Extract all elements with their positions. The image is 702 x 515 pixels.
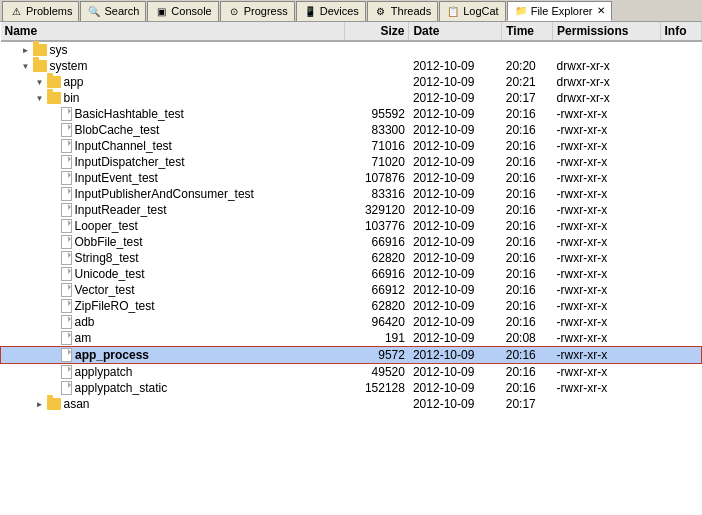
col-header-date[interactable]: Date	[409, 22, 502, 41]
date-cell: 2012-10-09	[409, 138, 502, 154]
date-cell: 2012-10-09	[409, 396, 502, 412]
info-cell	[660, 250, 702, 266]
table-row[interactable]: applypatch_static1521282012-10-0920:16-r…	[1, 380, 702, 396]
info-cell	[660, 266, 702, 282]
file-name: adb	[75, 315, 95, 329]
file-name: system	[50, 59, 88, 73]
table-row[interactable]: InputEvent_test1078762012-10-0920:16-rwx…	[1, 170, 702, 186]
table-row[interactable]: Unicode_test669162012-10-0920:16-rwxr-xr…	[1, 266, 702, 282]
table-row[interactable]: InputReader_test3291202012-10-0920:16-rw…	[1, 202, 702, 218]
devices-label: Devices	[320, 5, 359, 17]
size-cell: 9572	[345, 347, 409, 364]
size-cell: 83316	[345, 186, 409, 202]
date-cell: 2012-10-09	[409, 330, 502, 347]
name-cell-Unicode_test: Unicode_test	[1, 266, 345, 282]
file-name: BlobCache_test	[75, 123, 160, 137]
name-cell-applypatch: applypatch	[1, 364, 345, 381]
file-icon	[61, 331, 72, 345]
col-header-time[interactable]: Time	[502, 22, 553, 41]
expand-icon[interactable]	[22, 46, 30, 55]
file-icon	[61, 348, 72, 362]
table-row[interactable]: adb964202012-10-0920:16-rwxr-xr-x	[1, 314, 702, 330]
permissions-cell: -rwxr-xr-x	[553, 154, 660, 170]
table-row[interactable]: applypatch495202012-10-0920:16-rwxr-xr-x	[1, 364, 702, 381]
close-icon[interactable]: ✕	[597, 5, 605, 16]
table-row[interactable]: ZipFileRO_test628202012-10-0920:16-rwxr-…	[1, 298, 702, 314]
tab-problems[interactable]: ⚠Problems	[2, 1, 79, 21]
tab-bar: ⚠Problems🔍Search▣Console⊙Progress📱Device…	[0, 0, 702, 22]
file-name: applypatch	[75, 365, 133, 379]
permissions-cell: -rwxr-xr-x	[553, 122, 660, 138]
info-cell	[660, 314, 702, 330]
date-cell	[409, 41, 502, 58]
name-cell-InputReader_test: InputReader_test	[1, 202, 345, 218]
tab-console[interactable]: ▣Console	[147, 1, 218, 21]
date-cell: 2012-10-09	[409, 250, 502, 266]
table-row[interactable]: app_process95722012-10-0920:16-rwxr-xr-x	[1, 347, 702, 364]
size-cell	[345, 90, 409, 106]
table-row[interactable]: Vector_test669122012-10-0920:16-rwxr-xr-…	[1, 282, 702, 298]
file-icon	[61, 381, 72, 395]
table-row[interactable]: BlobCache_test833002012-10-0920:16-rwxr-…	[1, 122, 702, 138]
name-cell-InputEvent_test: InputEvent_test	[1, 170, 345, 186]
tab-logcat[interactable]: 📋LogCat	[439, 1, 505, 21]
col-header-name[interactable]: Name	[1, 22, 345, 41]
size-cell: 66912	[345, 282, 409, 298]
table-row[interactable]: am1912012-10-0920:08-rwxr-xr-x	[1, 330, 702, 347]
name-cell-BlobCache_test: BlobCache_test	[1, 122, 345, 138]
tab-search[interactable]: 🔍Search	[80, 1, 146, 21]
time-cell: 20:16	[502, 218, 553, 234]
col-header-info[interactable]: Info	[660, 22, 702, 41]
expand-icon[interactable]	[36, 94, 44, 103]
file-name: InputEvent_test	[75, 171, 158, 185]
expand-icon[interactable]	[36, 78, 44, 87]
table-row[interactable]: ObbFile_test669162012-10-0920:16-rwxr-xr…	[1, 234, 702, 250]
permissions-cell: -rwxr-xr-x	[553, 364, 660, 381]
table-row[interactable]: system2012-10-0920:20drwxr-xr-x	[1, 58, 702, 74]
file-icon	[61, 251, 72, 265]
date-cell: 2012-10-09	[409, 74, 502, 90]
date-cell: 2012-10-09	[409, 282, 502, 298]
tab-devices[interactable]: 📱Devices	[296, 1, 366, 21]
logcat-icon: 📋	[446, 4, 460, 18]
col-header-permissions[interactable]: Permissions	[553, 22, 660, 41]
permissions-cell: -rwxr-xr-x	[553, 218, 660, 234]
file-name: Vector_test	[75, 283, 135, 297]
table-row[interactable]: String8_test628202012-10-0920:16-rwxr-xr…	[1, 250, 702, 266]
info-cell	[660, 380, 702, 396]
name-cell-BasicHashtable_test: BasicHashtable_test	[1, 106, 345, 122]
file-icon	[61, 235, 72, 249]
date-cell: 2012-10-09	[409, 106, 502, 122]
tab-fileexplorer[interactable]: 📁File Explorer✕	[507, 1, 613, 21]
table-row[interactable]: app2012-10-0920:21drwxr-xr-x	[1, 74, 702, 90]
expand-icon[interactable]	[22, 62, 30, 71]
table-row[interactable]: InputDispatcher_test710202012-10-0920:16…	[1, 154, 702, 170]
time-cell: 20:17	[502, 396, 553, 412]
table-row[interactable]: asan2012-10-0920:17	[1, 396, 702, 412]
tab-threads[interactable]: ⚙Threads	[367, 1, 438, 21]
table-row[interactable]: InputPublisherAndConsumer_test833162012-…	[1, 186, 702, 202]
col-header-size[interactable]: Size	[345, 22, 409, 41]
permissions-cell	[553, 396, 660, 412]
info-cell	[660, 74, 702, 90]
expand-icon[interactable]	[36, 400, 44, 409]
permissions-cell: -rwxr-xr-x	[553, 347, 660, 364]
table-row[interactable]: BasicHashtable_test955922012-10-0920:16-…	[1, 106, 702, 122]
name-cell-app_process: app_process	[1, 347, 345, 364]
permissions-cell: -rwxr-xr-x	[553, 106, 660, 122]
table-row[interactable]: Looper_test1037762012-10-0920:16-rwxr-xr…	[1, 218, 702, 234]
name-cell-String8_test: String8_test	[1, 250, 345, 266]
time-cell: 20:16	[502, 186, 553, 202]
folder-icon	[33, 44, 47, 56]
table-row[interactable]: bin2012-10-0920:17drwxr-xr-x	[1, 90, 702, 106]
tab-progress[interactable]: ⊙Progress	[220, 1, 295, 21]
table-row[interactable]: InputChannel_test710162012-10-0920:16-rw…	[1, 138, 702, 154]
file-name: BasicHashtable_test	[75, 107, 184, 121]
problems-label: Problems	[26, 5, 72, 17]
table-row[interactable]: sys	[1, 41, 702, 58]
file-name: app	[64, 75, 84, 89]
info-cell	[660, 218, 702, 234]
size-cell: 152128	[345, 380, 409, 396]
time-cell	[502, 41, 553, 58]
file-icon	[61, 171, 72, 185]
